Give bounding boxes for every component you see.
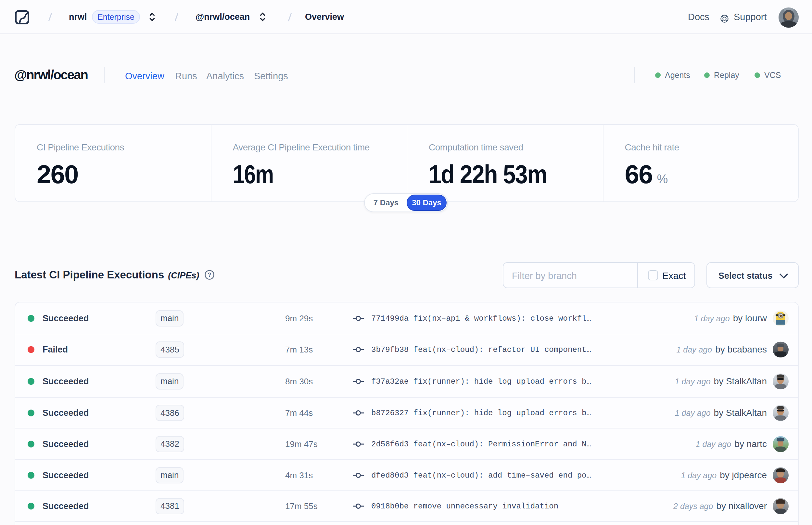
svg-text:?: ? bbox=[208, 272, 212, 278]
